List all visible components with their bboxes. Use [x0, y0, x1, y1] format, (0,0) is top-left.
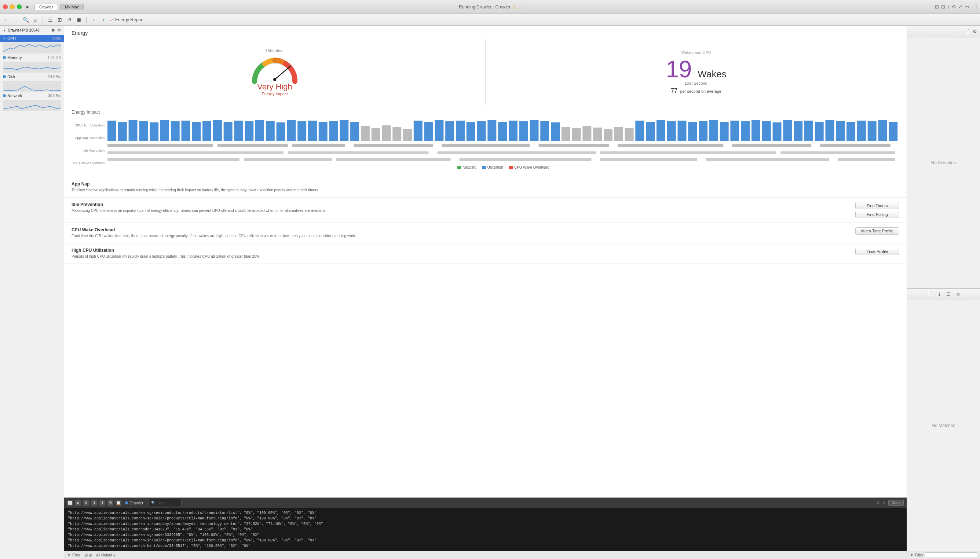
fullscreen-button[interactable]	[17, 4, 22, 9]
forward-button[interactable]: →	[12, 16, 20, 23]
svg-rect-45	[562, 127, 570, 141]
no-matches-text: No Matches	[932, 423, 955, 428]
svg-rect-51	[625, 128, 634, 141]
high-cpu-text: High CPU Utilization Periods of high CPU…	[71, 248, 848, 259]
titlebar-actions: ⊞ ⊟ ↑ ⚙ ⤢ ▭ ⬜	[935, 4, 977, 10]
back-button[interactable]: ←	[3, 16, 10, 23]
wakes-avg-text: per second on average	[680, 89, 721, 93]
right-panel-doc-icon[interactable]: 📄	[964, 28, 970, 34]
panel-icon[interactable]: ▭	[965, 4, 969, 10]
sidebar-cpu-left: CPU	[3, 36, 16, 41]
svg-rect-74	[868, 121, 877, 141]
svg-rect-26	[361, 126, 370, 141]
app-nap-section: App Nap To allow inactive applications t…	[64, 177, 907, 198]
find-timers-button[interactable]: Find Timers	[855, 202, 899, 209]
terminal-btn7[interactable]: 📋	[116, 500, 121, 506]
center-and-right: Energy Utilization	[64, 26, 980, 559]
svg-rect-92	[244, 158, 332, 161]
right-filter-icon[interactable]: ▼	[910, 553, 914, 557]
sidebar-item-disk[interactable]: Disk 24 KB/s	[0, 73, 64, 80]
terminal-search-input[interactable]	[157, 500, 179, 506]
svg-rect-61	[730, 121, 739, 141]
right-bottom-list-icon[interactable]: ☰	[946, 292, 950, 297]
svg-rect-67	[794, 121, 803, 141]
search-button[interactable]: 🔍	[22, 16, 29, 23]
settings-icon[interactable]: ⚙	[952, 4, 956, 10]
terminal-btn4[interactable]: ⬇	[91, 500, 97, 506]
right-bottom-settings-icon[interactable]: ⚙	[956, 292, 960, 297]
titlebar: ▶ Crawler My Mac Running Crawler : Crawl…	[0, 0, 980, 14]
cpu-wake-label: CPU Wake Overhead	[514, 165, 549, 169]
expand-icon[interactable]: ⬜	[971, 4, 977, 10]
breadcrumb-text: Energy Report	[115, 17, 143, 22]
svg-rect-76	[889, 122, 897, 141]
find-polling-button[interactable]: Find Polling	[855, 211, 899, 218]
grid-view-button[interactable]: ⊞	[56, 16, 63, 23]
toolbar-separator	[43, 17, 43, 23]
sidebar-process-label: Crawler PID 26543	[8, 28, 40, 32]
sidebar-toggle-icon[interactable]: ⊞	[935, 4, 939, 10]
close-button[interactable]	[3, 4, 8, 9]
sidebar-memory-left: Memory	[3, 55, 22, 60]
right-bottom-doc-icon[interactable]: 📄	[927, 292, 933, 297]
wakes-section: Wakes and CPU 19 Wakes Last Second 77 pe…	[486, 39, 907, 105]
idle-prevention-title: Idle Prevention	[71, 202, 848, 207]
idle-prevention-buttons: Find Timers Find Polling	[855, 202, 899, 218]
sidebar-disk-left: Disk	[3, 74, 15, 79]
sidebar-item-memory[interactable]: Memory 1.97 GB	[0, 54, 64, 61]
terminal-line-4: "http://www.appliedmaterials.com/node/33…	[68, 527, 903, 532]
tab-mymac[interactable]: My Mac	[60, 4, 84, 10]
wakes-avg-number: 77	[671, 88, 677, 94]
terminal-done-button[interactable]: Done	[888, 499, 904, 506]
terminal-settings-icon[interactable]: ⚙	[876, 501, 879, 505]
tab-crawler[interactable]: Crawler	[35, 4, 58, 10]
energy-header: Energy	[64, 26, 907, 39]
terminal-btn1[interactable]: ⬜	[67, 500, 73, 506]
right-panel-bottom-toolbar: 📄 ℹ ☰ ⚙	[907, 288, 980, 300]
right-panel-gear-icon[interactable]: ⚙	[973, 28, 977, 34]
time-profile-button[interactable]: Time Profile	[855, 248, 899, 255]
nav-forward[interactable]: ›	[100, 16, 107, 23]
sidebar-network-value: 30 KB/s	[48, 94, 61, 98]
terminal-btn5[interactable]: ⬆	[99, 500, 105, 506]
metrics-row: Utilization	[64, 39, 907, 105]
zoom-icon[interactable]: ⤢	[958, 4, 962, 10]
svg-rect-10	[192, 122, 201, 141]
run-button[interactable]: ▶	[25, 4, 30, 9]
svg-rect-97	[838, 158, 895, 161]
stop-button[interactable]: ⏹	[75, 16, 83, 23]
chart-labels: CPU High Utilization App Nap Prevention …	[71, 119, 104, 169]
sidebar-item-network[interactable]: Network 30 KB/s	[0, 93, 64, 99]
svg-rect-42	[530, 120, 539, 141]
share-icon[interactable]: ↑	[947, 4, 950, 10]
label-wake: CPU Wake Overhead	[71, 161, 104, 165]
terminal-btn3[interactable]: ⏸	[83, 500, 89, 506]
right-bottom-info-icon[interactable]: ℹ	[939, 292, 940, 297]
sidebar-icon2[interactable]: ⚙	[57, 28, 61, 33]
minimize-button[interactable]	[10, 4, 15, 9]
micro-time-profile-button[interactable]: Micro Time Profile	[855, 227, 899, 235]
view-toggle-icon[interactable]: ⊟	[941, 4, 945, 10]
svg-rect-80	[354, 144, 433, 147]
svg-rect-73	[857, 121, 866, 141]
refresh-button[interactable]: ↺	[66, 16, 73, 23]
terminal-btn6[interactable]: ⚙	[108, 500, 113, 506]
disk-indicator	[3, 75, 6, 78]
wakes-word: Wakes	[698, 69, 726, 80]
utilization-legend-label: Utilization	[488, 165, 503, 169]
high-cpu-desc: Periods of high CPU utilization will rap…	[71, 254, 848, 259]
sidebar-icon1[interactable]: ⏺	[51, 28, 55, 33]
right-filter-input[interactable]	[925, 552, 977, 558]
sidebar-network-left: Network	[3, 93, 22, 98]
nav-back[interactable]: ‹	[90, 16, 98, 23]
filter-icon[interactable]: ▼	[67, 553, 71, 557]
terminal-btn2[interactable]: ▶	[75, 500, 81, 506]
sidebar-item-cpu[interactable]: CPU 298%	[0, 35, 64, 42]
utilization-section: Utilization	[64, 39, 486, 105]
list-view-button[interactable]: ☰	[46, 16, 54, 23]
terminal-clear-icon[interactable]: ✕	[882, 501, 885, 505]
napping-label: Napping	[463, 165, 476, 169]
filter-button[interactable]: ⌂	[32, 16, 39, 23]
svg-rect-32	[425, 122, 433, 141]
svg-rect-54	[657, 120, 665, 141]
